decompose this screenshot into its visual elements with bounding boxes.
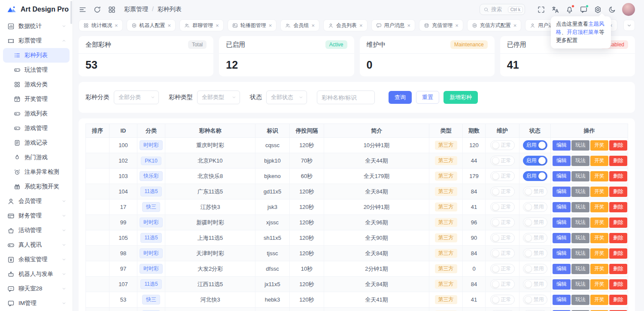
app-logo[interactable]: Art Design Pro	[0, 0, 73, 19]
collapse-sidebar-icon[interactable]	[79, 6, 87, 14]
action-删除-button[interactable]: 删除	[609, 202, 627, 212]
sidebar-item-聊天室28[interactable]: 聊天室28	[0, 281, 73, 296]
messages-icon[interactable]	[580, 6, 588, 14]
action-玩法-button[interactable]: 玩法	[571, 233, 589, 243]
action-开奖-button[interactable]: 开奖	[590, 233, 608, 243]
action-玩法-button[interactable]: 玩法	[571, 171, 589, 181]
maintenance-switch[interactable]: 正常	[490, 187, 515, 196]
tab-机器人配置[interactable]: 机器人配置×	[127, 19, 176, 31]
tab-会员列表[interactable]: 会员列表×	[323, 19, 368, 31]
action-编辑-button[interactable]: 编辑	[553, 264, 571, 274]
apps-grid-icon[interactable]	[108, 6, 116, 14]
tab-用户消息[interactable]: 用户消息×	[371, 19, 416, 31]
status-switch[interactable]: 启用	[523, 140, 547, 150]
action-编辑-button[interactable]: 编辑	[553, 233, 571, 243]
action-编辑-button[interactable]: 编辑	[553, 248, 571, 259]
action-玩法-button[interactable]: 玩法	[571, 202, 589, 212]
action-编辑-button[interactable]: 编辑	[553, 217, 571, 228]
tab-close-icon[interactable]: ×	[216, 23, 219, 28]
tab-轮播图管理[interactable]: 轮播图管理×	[228, 19, 277, 31]
action-编辑-button[interactable]: 编辑	[553, 156, 571, 166]
action-删除-button[interactable]: 删除	[609, 217, 627, 228]
action-删除-button[interactable]: 删除	[609, 187, 627, 197]
sidebar-subitem-游戏分类[interactable]: 游戏分类	[3, 77, 70, 92]
tab-充值管理[interactable]: 充值管理×	[419, 19, 463, 31]
action-玩法-button[interactable]: 玩法	[571, 217, 589, 228]
search-button[interactable]: 查询	[389, 91, 412, 104]
tab-close-icon[interactable]: ×	[269, 23, 272, 28]
status-switch[interactable]: 禁用	[523, 248, 547, 258]
action-开奖-button[interactable]: 开奖	[590, 295, 608, 305]
action-玩法-button[interactable]: 玩法	[571, 248, 589, 259]
action-开奖-button[interactable]: 开奖	[590, 187, 608, 197]
sidebar-item-余额宝管理[interactable]: 余额宝管理	[0, 252, 73, 267]
maintenance-switch[interactable]: 正常	[490, 295, 515, 305]
action-编辑-button[interactable]: 编辑	[553, 295, 571, 305]
action-开奖-button[interactable]: 开奖	[590, 264, 608, 274]
tab-close-icon[interactable]: ×	[407, 23, 411, 28]
action-玩法-button[interactable]: 玩法	[571, 140, 589, 151]
action-开奖-button[interactable]: 开奖	[590, 248, 608, 259]
action-玩法-button[interactable]: 玩法	[571, 187, 589, 197]
sidebar-subitem-游戏列表[interactable]: 游戏列表	[3, 106, 70, 121]
action-删除-button[interactable]: 删除	[609, 264, 627, 274]
action-编辑-button[interactable]: 编辑	[553, 279, 571, 290]
action-删除-button[interactable]: 删除	[609, 140, 627, 151]
tab-close-icon[interactable]: ×	[168, 23, 171, 28]
settings-gear-icon[interactable]	[594, 6, 602, 14]
sidebar-item-数据统计[interactable]: 数据统计	[0, 19, 73, 33]
maintenance-switch[interactable]: 正常	[490, 248, 515, 258]
tab-群聊管理[interactable]: 群聊管理×	[179, 19, 224, 31]
maintenance-switch[interactable]: 正常	[490, 233, 515, 243]
maintenance-switch[interactable]: 正常	[490, 264, 515, 274]
sidebar-subitem-系统彩预开奖[interactable]: 系统彩预开奖	[3, 179, 70, 194]
action-开奖-button[interactable]: 开奖	[590, 171, 608, 181]
action-删除-button[interactable]: 删除	[609, 279, 627, 290]
action-玩法-button[interactable]: 玩法	[571, 279, 589, 290]
sidebar-subitem-开奖管理[interactable]: 开奖管理	[3, 92, 70, 106]
sidebar-item-机器人与发单[interactable]: 机器人与发单	[0, 267, 73, 281]
tab-close-icon[interactable]: ×	[513, 23, 517, 28]
notifications-bell-icon[interactable]	[565, 6, 574, 14]
maintenance-switch[interactable]: 正常	[490, 279, 515, 289]
status-switch[interactable]: 禁用	[523, 202, 547, 212]
status-switch[interactable]: 启用	[523, 156, 547, 166]
tab-close-icon[interactable]: ×	[311, 23, 315, 28]
category-select[interactable]: 全部分类	[114, 91, 159, 104]
sidebar-item-真人视讯[interactable]: 真人视讯	[0, 238, 73, 252]
translate-icon[interactable]	[551, 6, 559, 14]
action-开奖-button[interactable]: 开奖	[590, 156, 608, 166]
sidebar-item-彩票管理[interactable]: 彩票管理	[0, 33, 73, 48]
breadcrumb-current[interactable]: 彩种列表	[158, 6, 182, 13]
action-开奖-button[interactable]: 开奖	[590, 279, 608, 290]
sidebar-item-IM管理[interactable]: IM管理	[0, 296, 73, 311]
tab-会员组[interactable]: 会员组×	[280, 19, 319, 31]
status-switch[interactable]: 禁用	[523, 279, 547, 289]
sidebar-item-财务管理[interactable]: 财务管理	[0, 208, 73, 223]
action-删除-button[interactable]: 删除	[609, 156, 627, 166]
tab-统计概况[interactable]: 统计概况×	[79, 19, 123, 31]
dark-mode-moon-icon[interactable]	[608, 6, 616, 14]
tab-close-icon[interactable]: ×	[455, 23, 459, 28]
action-玩法-button[interactable]: 玩法	[571, 295, 589, 305]
keyword-input[interactable]	[317, 91, 375, 104]
maintenance-switch[interactable]: 正常	[490, 156, 515, 166]
action-编辑-button[interactable]: 编辑	[553, 140, 571, 151]
sidebar-subitem-热门游戏[interactable]: 热门游戏	[3, 150, 70, 165]
tab-close-icon[interactable]: ×	[115, 23, 118, 28]
tabbar-collapse-button[interactable]	[623, 20, 635, 31]
status-switch[interactable]: 禁用	[523, 295, 547, 305]
action-删除-button[interactable]: 删除	[609, 233, 627, 243]
reset-button[interactable]: 重置	[416, 91, 439, 104]
tab-充值方式配置[interactable]: 充值方式配置×	[467, 19, 522, 31]
sidebar-subitem-注单异常检测[interactable]: 注单异常检测	[3, 165, 70, 179]
action-开奖-button[interactable]: 开奖	[590, 202, 608, 212]
action-删除-button[interactable]: 删除	[609, 171, 627, 181]
fullscreen-icon[interactable]	[537, 6, 545, 14]
status-switch[interactable]: 禁用	[523, 264, 547, 274]
action-玩法-button[interactable]: 玩法	[571, 156, 589, 166]
action-编辑-button[interactable]: 编辑	[553, 202, 571, 212]
maintenance-switch[interactable]: 正常	[490, 140, 515, 150]
sidebar-item-活动管理[interactable]: 活动管理	[0, 223, 73, 238]
sidebar-subitem-彩种列表[interactable]: 彩种列表	[3, 48, 70, 63]
